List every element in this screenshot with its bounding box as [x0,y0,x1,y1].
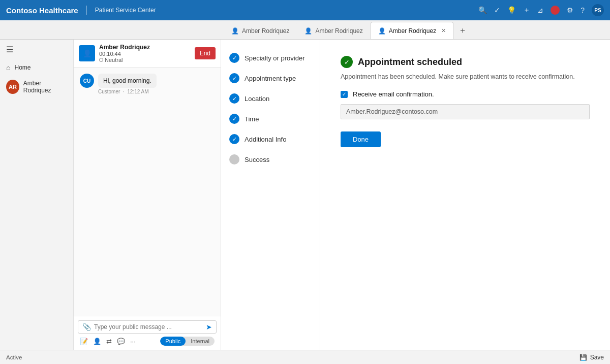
step-label-specialty: Specialty or provider [245,54,305,62]
person-add-icon[interactable]: 👤 [93,338,101,345]
steps-panel: ✓ Specialty or provider ✓ Appointment ty… [221,40,320,350]
public-mode-btn[interactable]: Public [160,337,186,346]
tab-amber-2[interactable]: 👤 Amber Rodriquez [297,22,370,39]
step-time[interactable]: ✓ Time [221,109,320,129]
step-appointment-type[interactable]: ✓ Appointment type [221,68,320,88]
topbar-brand: Contoso Healthcare [6,6,78,15]
step-additional-info[interactable]: ✓ Additional Info [221,129,320,149]
chat-area: CU Hi, good morning. Customer · 12:12 AM [74,68,221,316]
main-layout: ☰ ⌂ Home AR Amber Rodriquez 👤 Amber Rodr… [0,40,610,350]
save-label-status: Save [590,354,604,361]
settings-icon[interactable]: ⚙ [567,6,573,14]
call-time: 00:10:44 [99,51,191,57]
step-icon-time: ✓ [229,114,239,124]
internal-mode-btn[interactable]: Internal [186,337,215,346]
tab-add-btn[interactable]: ＋ [455,23,470,38]
email-input[interactable] [341,104,590,119]
person-icon-3: 👤 [378,27,386,35]
chat-bubble-content: Hi, good morning. Customer · 12:12 AM [98,74,157,94]
step-label-appointment: Appointment type [245,75,296,82]
plus-icon[interactable]: ＋ [523,6,530,15]
step-check-appointment: ✓ [232,75,237,82]
chat-message-row: CU Hi, good morning. Customer · 12:12 AM [80,74,215,94]
chat-user-avatar: CU [80,74,94,88]
step-icon-location: ✓ [229,93,239,104]
search-icon[interactable]: 🔍 [478,6,487,14]
call-status-label: Neutral [105,57,123,63]
status-bar: Active 💾 Save [0,350,610,364]
call-status: Neutral [99,57,191,63]
bulb-icon[interactable]: 💡 [507,6,516,14]
topbar-icons: 🔍 ✓ 💡 ＋ ⊿ ⚙ ? PS [478,4,604,16]
call-avatar: 👤 [79,45,95,61]
person-icon-2: 👤 [304,27,312,35]
appointment-title: Appointment scheduled [358,57,462,68]
chat-icon[interactable]: 💬 [117,338,125,345]
email-confirm-checkbox[interactable]: ✓ [341,91,348,98]
appointment-header: ✓ Appointment scheduled [341,56,590,68]
end-call-button[interactable]: End [195,47,216,59]
filter-icon[interactable]: ⊿ [537,6,543,14]
step-label-additional: Additional Info [245,136,286,143]
step-check-location: ✓ [232,95,237,102]
sidebar-item-home[interactable]: ⌂ Home [0,59,73,76]
chat-toolbar: 📝 👤 ⇄ 💬 ··· Public Internal [78,334,217,346]
help-icon[interactable]: ? [581,6,585,14]
status-text: Active [6,354,22,360]
appointment-description: Appointment has been scheduled. Make sur… [341,73,590,80]
sidebar: ☰ ⌂ Home AR Amber Rodriquez [0,40,74,350]
attach-icon[interactable]: 📎 [82,323,91,331]
step-location[interactable]: ✓ Location [221,88,320,109]
step-label-time: Time [245,115,259,123]
transfer-icon[interactable]: ⇄ [106,338,112,345]
tab-amber-1[interactable]: 👤 Amber Rodriquez [224,22,297,39]
step-specialty[interactable]: ✓ Specialty or provider [221,48,320,68]
chat-sender-label: Customer [98,89,120,94]
appointment-desc-text: Appointment has been scheduled. Make sur… [341,73,575,80]
tab-close-btn[interactable]: ✕ [441,27,446,34]
done-button[interactable]: Done [341,131,381,147]
send-icon[interactable]: ➤ [206,323,212,331]
person-icon-1: 👤 [231,27,239,35]
tab-label-1: Amber Rodriquez [242,27,289,35]
topbar: Contoso Healthcare Patient Service Cente… [0,0,610,20]
chat-timestamp: Customer · 12:12 AM [98,89,157,94]
tab-amber-3[interactable]: 👤 Amber Rodriquez ✕ [371,22,453,39]
step-check-success: ✓ [232,156,237,163]
call-bar: 👤 Amber Rodriquez 00:10:44 Neutral End [74,40,221,68]
step-icon-success: ✓ [229,154,239,164]
call-info: Amber Rodriquez 00:10:44 Neutral [99,44,191,63]
email-confirm-row: ✓ Receive email confirmation. [341,90,590,98]
notes-icon[interactable]: 📝 [80,338,88,345]
step-check-additional: ✓ [232,136,237,143]
agent-panel: 👤 Amber Rodriquez 00:10:44 Neutral End C… [74,40,221,350]
step-icon-specialty: ✓ [229,53,239,63]
save-button-status[interactable]: 💾 Save [580,354,604,361]
tab-label-3: Amber Rodriquez [389,27,436,35]
notification-badge[interactable] [551,6,560,15]
neutral-status-dot [99,58,103,62]
home-icon: ⌂ [6,63,10,72]
user-avatar[interactable]: PS [592,4,604,16]
chat-bubble-text: Hi, good morning. [98,74,157,88]
sidebar-item-contact[interactable]: AR Amber Rodriquez [0,76,73,98]
success-check-icon: ✓ [341,56,353,68]
step-check-specialty: ✓ [232,55,237,61]
chat-input-area: 📎 ➤ 📝 👤 ⇄ 💬 ··· Public Internal [74,316,221,350]
chat-mode-toggle: Public Internal [160,337,215,346]
tab-label-2: Amber Rodriquez [315,27,362,35]
chat-input[interactable] [94,323,203,330]
save-icon-status: 💾 [580,354,587,361]
step-label-success: Success [245,156,269,163]
main-content: ✓ Appointment scheduled Appointment has … [320,40,610,350]
step-icon-additional: ✓ [229,134,239,144]
check-circle-icon[interactable]: ✓ [494,6,500,14]
step-label-location: Location [245,95,269,103]
hamburger-menu-icon[interactable]: ☰ [0,40,73,59]
chat-time: 12:12 AM [127,89,148,94]
checkbox-check-icon: ✓ [342,91,346,97]
topbar-divider [86,6,87,15]
more-icon[interactable]: ··· [130,338,136,345]
contact-initials: AR [6,80,19,94]
step-success[interactable]: ✓ Success [221,149,320,170]
